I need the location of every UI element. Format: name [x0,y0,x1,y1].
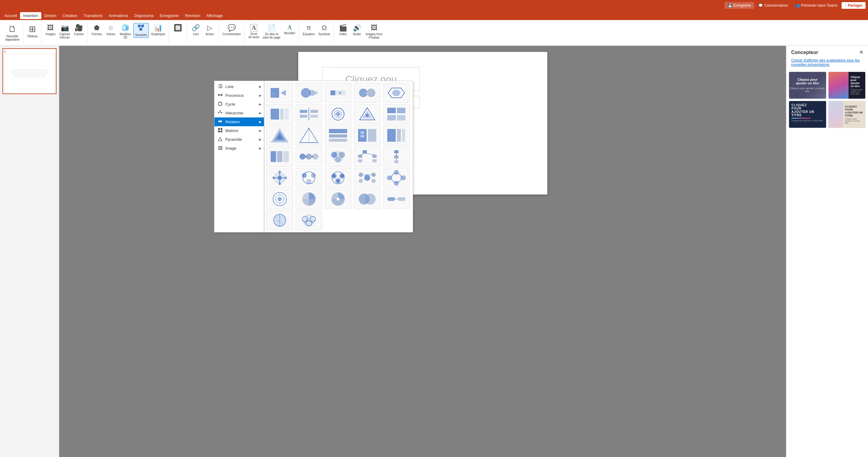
svg-rect-27 [271,88,279,98]
new-slide-button[interactable]: 🗋 Nouvellediapositive [4,23,21,42]
symbole-button[interactable]: Ω Symbole [317,23,332,37]
theme-card-4[interactable]: CLIQUEZ POURAJOUTER UNTITRE Cliquez pour… [828,101,866,128]
smartart-item-21[interactable] [266,168,293,188]
smartart-item-17[interactable] [296,146,322,167]
smartart-item-11[interactable] [266,125,293,145]
menu-item-liste[interactable]: Liste ▶ [214,82,264,91]
smartart-item-27[interactable] [296,189,322,209]
present-teams-button[interactable]: 👥 Présenter dans Teams [792,2,840,9]
audio-button[interactable]: 🔊 Audio [350,23,364,37]
smartart-item-25[interactable] [383,168,410,188]
modeles3d-label: Modèles3D [120,32,131,39]
theme-card-3[interactable]: CLIQUEZPOURAJOUTER UNTITRE Cliquez pour … [789,101,827,128]
smartart-item-9[interactable] [354,104,380,124]
zone-texte-button[interactable]: A Zonede texte [247,23,261,40]
menu-accueil[interactable]: Accueil [1,12,20,19]
formes-button[interactable]: ⬟ Formes [90,23,103,37]
svg-text:—: — [276,219,279,222]
smartart-item-31[interactable]: — [266,210,293,230]
capture-button[interactable]: 📷 Captured'écran [58,23,72,40]
smartart-item-23[interactable] [325,168,351,188]
designer-close-button[interactable]: ✕ [859,50,863,55]
menu-dessin[interactable]: Dessin [41,12,60,19]
comments-button[interactable]: 💬 Commentaires [755,2,791,9]
modeles3d-button[interactable]: 🧊 Modèles3D [118,23,133,40]
smartart-item-19[interactable] [354,146,380,167]
menu-item-relation[interactable]: Relation ▶ [214,118,264,126]
video-button[interactable]: 🎬 Vidéo [336,23,349,37]
smartart-item-24[interactable] [354,168,380,188]
theme-card-1[interactable]: Cliquez pourajouter un titre Cliquez pou… [789,72,827,99]
menu-creation[interactable]: Création [60,12,81,19]
action-button[interactable]: ▷ Action [203,23,217,37]
entete-button[interactable]: 📄 En-tête etpied de page [261,23,282,40]
menu-diaporama[interactable]: Diaporama [131,12,157,19]
smartart-button[interactable]: SmartArt [133,23,149,38]
smartart-item-1[interactable]: ▲ [266,83,293,103]
menu-item-image[interactable]: 🖼 Image ▶ [214,144,264,152]
icones-button[interactable]: ☆ Icônes [104,23,118,37]
action-icon: ▷ [207,24,212,32]
zone-texte-icon: A [250,24,257,32]
smartart-item-4[interactable]: ⚙ [354,83,380,103]
smartart-item-16[interactable] [266,146,293,167]
menu-transitions[interactable]: Transitions [81,12,106,19]
table-button[interactable]: ⊞ Tableau [26,23,39,39]
smartart-item-5[interactable] [383,83,410,103]
menu-item-matrice[interactable]: Matrice ▶ [214,126,264,135]
menu-item-processus[interactable]: Processus ▶ [214,91,264,100]
smartart-item-30[interactable] [383,189,410,209]
smartart-item-20[interactable] [383,146,410,167]
commentaire-button[interactable]: 💬 Commentaire [221,23,242,37]
smartart-item-6[interactable] [266,104,293,124]
smartart-item-18[interactable] [325,146,351,167]
svg-point-140 [337,198,340,201]
smartart-item-12[interactable]: ↑↓ [296,125,322,145]
smartart-item-29[interactable] [354,189,380,209]
relation-arrow: ▶ [259,120,261,124]
menu-insertion[interactable]: Insertion [20,12,41,19]
wordart-button[interactable]: A WordArt [282,23,297,36]
slide-thumbnail[interactable]: 1 [2,48,57,94]
liste-icon [218,84,223,89]
commentaire-icon: 💬 [227,24,236,32]
images-button[interactable]: 🖼 Images [44,23,57,37]
smartart-item-10[interactable] [383,104,410,124]
save-button[interactable]: 💾 Enregistrer [725,2,754,9]
smartart-item-15[interactable] [383,125,410,145]
svg-rect-5 [218,86,219,87]
smartart-item-2[interactable] [296,83,322,103]
svg-rect-79 [283,151,289,162]
smartart-item-13[interactable] [325,125,351,145]
cameo-button[interactable]: 🎥 Cameo [72,23,86,37]
addins-button[interactable]: 🔲 [171,23,185,33]
equation-button[interactable]: π Équation [301,23,316,37]
menu-revision[interactable]: Révision [182,12,203,19]
smartart-item-3[interactable] [325,83,351,103]
svg-marker-28 [281,90,286,96]
menu-animations[interactable]: Animations [106,12,131,19]
svg-rect-14 [220,110,221,111]
smartart-item-26[interactable] [266,189,293,209]
smartart-item-7[interactable] [296,104,322,124]
menu-item-hierarchie[interactable]: Hiérarchie ▶ [214,109,264,118]
audio-icon: 🔊 [353,24,361,32]
menu-item-cycle[interactable]: Cycle ▶ [214,100,264,109]
theme-card-2[interactable]: Cliquez pourajouterun titre Cliquez pour… [828,72,866,99]
smartart-item-14[interactable] [354,125,380,145]
smartart-item-8[interactable] [325,104,351,124]
svg-point-86 [331,152,337,158]
designer-link[interactable]: Cesser d'afficher des suggestions pour l… [786,57,868,70]
menu-item-pyramide[interactable]: Pyramide ▶ [214,135,264,144]
graphique-button[interactable]: 📊 Graphique [149,23,167,37]
smartart-item-28[interactable] [325,189,351,209]
smartart-item-22[interactable] [296,168,322,188]
menu-affichage[interactable]: Affichage [203,12,226,19]
pixabay-button[interactable]: 🖼 Images fromPixabay [364,23,384,40]
slide-number: 1 [4,50,55,54]
formes-icon: ⬟ [94,24,100,32]
smartart-item-32[interactable] [296,210,322,230]
share-button[interactable]: ↑ Partager [842,2,866,9]
menu-enregistrer[interactable]: Enregistrer [157,12,182,19]
lien-button[interactable]: 🔗 Lien [189,23,203,37]
